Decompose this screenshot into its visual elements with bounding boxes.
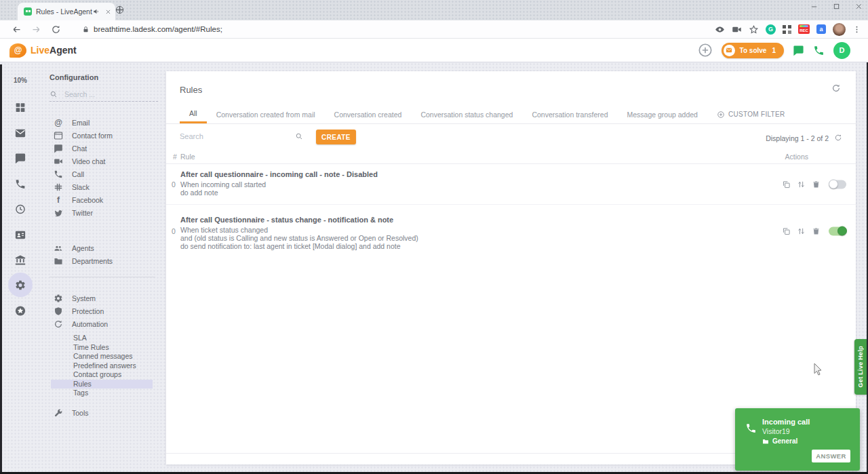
copy-icon[interactable] [782, 226, 791, 235]
dashboard-icon[interactable] [15, 102, 26, 113]
rule-enabled-toggle[interactable] [829, 226, 846, 235]
badges-icon[interactable] [15, 305, 26, 317]
to-solve-button[interactable]: To solve 1 [722, 43, 784, 58]
tab-message-group-added[interactable]: Message group added [617, 105, 707, 123]
submenu-item-rules[interactable]: Rules [51, 380, 153, 389]
configuration-icon[interactable] [15, 279, 26, 291]
custom-filter-button[interactable]: CUSTOM FILTER [707, 105, 795, 123]
configuration-search[interactable] [50, 90, 158, 102]
camera-extension-icon[interactable] [732, 24, 742, 35]
incoming-call-phone-icon [745, 422, 757, 434]
agent-avatar[interactable]: D [833, 42, 850, 59]
menu-item-chat[interactable]: Chat [50, 142, 166, 155]
calls-icon[interactable] [15, 178, 26, 190]
column-actions: Actions [785, 153, 808, 161]
forward-icon[interactable] [31, 24, 41, 35]
chats-icon[interactable] [15, 153, 26, 164]
rule-enabled-toggle[interactable] [829, 180, 846, 189]
chats-status-icon[interactable] [793, 45, 804, 56]
reorder-icon[interactable] [797, 180, 806, 189]
answer-button[interactable]: ANSWER [812, 450, 850, 462]
customers-icon[interactable] [15, 229, 26, 241]
rec-extension-icon[interactable]: REC [798, 24, 810, 34]
menu-item-email[interactable]: @Email [50, 116, 166, 129]
menu-item-video-chat[interactable]: Video chat [50, 155, 166, 167]
submenu-item-time-rules[interactable]: Time Rules [51, 343, 153, 353]
calls-status-icon[interactable] [813, 45, 825, 56]
submenu-item-tags[interactable]: Tags [51, 389, 153, 398]
tab-conversation-created-from-mail[interactable]: Conversation created from mail [207, 105, 325, 123]
menu-item-protection[interactable]: Protection [50, 304, 166, 317]
rule-actions [782, 180, 846, 189]
back-icon[interactable] [12, 24, 22, 35]
add-new-icon[interactable] [698, 43, 713, 58]
trash-icon[interactable] [812, 226, 821, 235]
incoming-call-popup: Incoming call Visitor19 General ANSWER [735, 408, 860, 471]
bookmark-star-icon[interactable] [749, 24, 759, 35]
menu-item-call[interactable]: Call [50, 167, 166, 180]
video-chat-icon [54, 157, 63, 166]
get-live-help-tab[interactable]: Get Live Help [854, 339, 867, 395]
tab-audio-icon[interactable] [93, 8, 100, 15]
reorder-icon[interactable] [797, 226, 806, 235]
screen-edge-left [0, 64, 2, 474]
eye-extension-icon[interactable] [715, 24, 725, 35]
tab-close-icon[interactable] [105, 9, 111, 15]
browser-url-bar: breathtime.ladesk.com/agent/#Rules; G RE… [0, 20, 868, 39]
rules-search-input[interactable] [180, 132, 295, 140]
copy-icon[interactable] [782, 180, 791, 189]
rule-row[interactable]: 0 After call Questionnaire - status chan… [166, 205, 856, 258]
ssl-lock-icon[interactable] [82, 26, 90, 33]
rules-search[interactable] [180, 132, 315, 140]
create-button[interactable]: CREATE [316, 130, 356, 144]
browser-profile-avatar[interactable] [833, 23, 846, 36]
rule-title[interactable]: After call Questionnaire - status change… [180, 216, 761, 224]
submenu-item-sla[interactable]: SLA [51, 334, 153, 343]
maximize-icon[interactable] [833, 3, 840, 10]
channel-menu: @Email Contact form Chat Video chat Call… [50, 116, 166, 219]
blue-extension-icon[interactable]: a [816, 24, 826, 34]
browser-tab[interactable]: Rules - LiveAgent [18, 3, 115, 20]
url-text[interactable]: breathtime.ladesk.com/agent/#Rules; [94, 25, 715, 33]
menu-item-twitter[interactable]: Twitter [50, 206, 166, 219]
rule-condition: When incoming call started [180, 180, 761, 189]
rule-title[interactable]: After call questionnaire - incoming call… [180, 170, 761, 178]
rule-action: do add note [180, 189, 761, 197]
menu-item-slack[interactable]: Slack [50, 180, 166, 193]
tab-conversation-transfered[interactable]: Conversation transfered [522, 105, 617, 123]
menu-item-agents[interactable]: Agents [50, 241, 166, 254]
window-close-icon[interactable] [855, 3, 863, 10]
tab-conversation-created[interactable]: Conversation created [325, 105, 412, 123]
departments-icon [54, 256, 63, 266]
menu-item-automation[interactable]: Automation [50, 317, 166, 330]
system-gear-icon [54, 294, 63, 303]
grammarly-extension-icon[interactable]: G [766, 24, 776, 35]
menu-item-facebook[interactable]: fFacebook [50, 193, 166, 206]
liveagent-logo: @ Live Agent [9, 43, 77, 58]
logo-text-agent: Agent [50, 45, 77, 56]
submenu-item-predefined-answers[interactable]: Predefined answers [51, 361, 153, 371]
new-tab-button[interactable] [115, 5, 124, 14]
tools-menu: Tools [50, 407, 166, 420]
rule-row[interactable]: 0 After call questionnaire - incoming ca… [166, 165, 856, 205]
menu-item-departments[interactable]: Departments [50, 254, 166, 267]
menu-item-tools[interactable]: Tools [50, 407, 166, 420]
minimize-icon[interactable] [810, 3, 818, 10]
academy-icon[interactable] [15, 254, 26, 266]
trash-icon[interactable] [812, 180, 821, 189]
tab-all[interactable]: All [180, 105, 207, 123]
browser-menu-icon[interactable] [852, 25, 861, 34]
extensions-row: G REC a [715, 23, 861, 36]
reload-icon[interactable] [51, 24, 61, 35]
qr-extension-icon[interactable] [783, 25, 791, 34]
submenu-item-contact-groups[interactable]: Contact groups [51, 370, 153, 380]
menu-item-system[interactable]: System [50, 292, 166, 304]
reports-icon[interactable] [15, 203, 26, 215]
menu-item-contact-form[interactable]: Contact form [50, 129, 166, 142]
card-refresh-icon[interactable] [831, 83, 841, 93]
configuration-search-input[interactable] [64, 90, 146, 98]
tickets-icon[interactable] [15, 127, 26, 139]
tab-conversation-status-changed[interactable]: Conversation status changed [411, 105, 522, 123]
submenu-item-canned-messages[interactable]: Canned messages [51, 352, 153, 361]
list-refresh-icon[interactable] [834, 134, 842, 142]
